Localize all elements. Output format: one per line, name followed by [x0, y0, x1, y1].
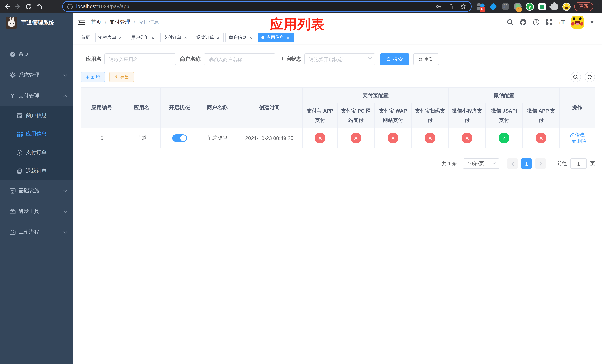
tab-user-group[interactable]: 用户分组×: [128, 33, 159, 42]
edit-link[interactable]: 修改: [570, 131, 585, 138]
edit-link-label: 修改: [575, 131, 585, 138]
sidebar-item-system[interactable]: 系统管理: [0, 65, 73, 86]
export-button[interactable]: 导出: [109, 72, 134, 82]
breadcrumb-section[interactable]: 支付管理: [110, 19, 130, 26]
chevron-down-icon: [63, 231, 67, 234]
site-info-icon[interactable]: [67, 3, 73, 10]
sidebar-item-infrastructure[interactable]: 基础设施: [0, 180, 73, 201]
tab-close-icon[interactable]: ×: [118, 35, 123, 40]
search-icon: [387, 57, 391, 62]
tab-payment-orders[interactable]: 支付订单×: [160, 33, 191, 42]
add-button[interactable]: 新增: [81, 72, 105, 82]
user-avatar[interactable]: [571, 16, 584, 29]
forward-icon[interactable]: [14, 3, 21, 10]
status-select-input[interactable]: [304, 53, 376, 65]
app-title: 芋道管理系统: [21, 19, 54, 26]
sidebar-item-refund-orders[interactable]: 退款订单: [0, 162, 73, 180]
tab-home[interactable]: 首页: [78, 33, 93, 42]
search-button-label: 搜索: [393, 56, 403, 63]
fullscreen-icon[interactable]: [546, 19, 552, 26]
reset-button[interactable]: 重置: [413, 53, 439, 65]
tab-close-icon[interactable]: ×: [248, 35, 253, 40]
alipay-wap-status-icon: ×: [388, 133, 398, 143]
merchant-name-input[interactable]: [204, 53, 275, 65]
help-icon[interactable]: [533, 19, 539, 26]
wx-jsapi-status-icon: ✓: [499, 133, 509, 143]
status-select[interactable]: [304, 53, 376, 65]
tab-refund-orders[interactable]: 退款订单×: [193, 33, 224, 42]
sidebar-item-merchant-info[interactable]: 商户信息: [0, 106, 73, 125]
tab-close-icon[interactable]: ×: [151, 35, 155, 40]
extension-y-icon[interactable]: y: [526, 2, 534, 11]
browser-menu-icon[interactable]: ⋮: [595, 3, 599, 10]
logo-avatar: [6, 17, 17, 29]
refresh-table-button[interactable]: [585, 72, 595, 82]
extension-chat-icon[interactable]: [538, 2, 546, 11]
chevron-up-icon: [63, 95, 67, 97]
page-size-select[interactable]: 10条/页: [463, 159, 499, 169]
top-navbar: 首页 / 支付管理 / 应用信息 TT: [73, 13, 602, 32]
search-icon[interactable]: [507, 19, 514, 26]
goto-page-input[interactable]: [570, 159, 587, 169]
share-icon[interactable]: [448, 3, 454, 10]
col-alipay-pc: 支付宝 PC 网站支付: [337, 103, 375, 128]
tab-label: 流程表单: [98, 34, 116, 41]
prev-page-button[interactable]: [507, 159, 517, 169]
profile-emoji-icon[interactable]: [562, 2, 570, 11]
extension-green-dot-icon[interactable]: 1: [514, 2, 522, 11]
tab-label: 首页: [81, 34, 90, 41]
breadcrumb-home[interactable]: 首页: [91, 19, 101, 26]
toggle-search-button[interactable]: [570, 72, 581, 82]
app-logo[interactable]: 芋道管理系统: [0, 13, 73, 32]
document-copy-icon: [16, 168, 22, 174]
caret-down-icon[interactable]: [590, 21, 594, 23]
sidebar-item-workflow[interactable]: 工作流程: [0, 222, 73, 243]
github-icon[interactable]: [520, 19, 527, 26]
tab-close-icon[interactable]: ×: [286, 35, 290, 40]
bookmark-star-icon[interactable]: [460, 3, 466, 10]
back-icon[interactable]: [4, 3, 10, 10]
extension-split-blue-icon[interactable]: 10: [477, 2, 485, 11]
sidebar-item-app-info[interactable]: 应用信息: [0, 125, 73, 143]
extensions-puzzle-icon[interactable]: [550, 2, 558, 11]
extension-command-icon[interactable]: ⌘: [501, 2, 509, 11]
sidebar-item-dev-tools[interactable]: 研发工具: [0, 201, 73, 222]
page-number-button[interactable]: 1: [521, 159, 532, 169]
app-name-input[interactable]: [104, 53, 176, 65]
active-tab-dot: [261, 36, 264, 39]
cell-status: [161, 128, 198, 148]
font-size-icon[interactable]: TT: [559, 19, 565, 25]
url-text[interactable]: localhost:1024/pay/app: [76, 4, 129, 9]
next-page-button[interactable]: [535, 159, 546, 169]
cell-merchant: 芋道源码: [198, 128, 236, 148]
sidebar-item-payment-orders[interactable]: ¥ 支付订单: [0, 143, 73, 162]
password-key-icon[interactable]: [435, 3, 442, 10]
sidebar-item-home[interactable]: 首页: [0, 44, 73, 65]
reload-icon[interactable]: [25, 3, 32, 10]
tab-process-form[interactable]: 流程表单×: [95, 33, 126, 42]
search-button[interactable]: 搜索: [380, 53, 409, 65]
col-alipay-app: 支付宝 APP 支付: [303, 103, 337, 128]
tab-merchant-info[interactable]: 商户信息×: [226, 33, 256, 42]
address-bar[interactable]: localhost:1024/pay/app: [62, 1, 472, 12]
search-form: 应用名 商户名称 开启状态 搜索: [81, 53, 595, 65]
chrome-update-button[interactable]: 更新: [574, 2, 593, 11]
tab-label: 商户信息: [229, 34, 247, 41]
sidebar-fold-icon[interactable]: [78, 19, 85, 25]
tab-close-icon[interactable]: ×: [216, 35, 220, 40]
home-icon[interactable]: [36, 3, 43, 10]
status-switch[interactable]: [172, 134, 187, 142]
cell-app-id: 6: [81, 128, 123, 148]
status-label: 开启状态: [281, 56, 301, 63]
tab-app-info[interactable]: 应用信息×: [258, 33, 294, 42]
toolbox-icon: [9, 209, 16, 214]
navbar-actions: TT: [507, 16, 594, 29]
page-content: 应用名 商户名称 开启状态 搜索: [73, 44, 602, 364]
sidebar-item-payment[interactable]: ¥ 支付管理: [0, 86, 73, 106]
edit-pencil-icon: [570, 132, 574, 137]
extension-kite-icon[interactable]: [489, 2, 497, 11]
apps-table: 应用编号 应用名 开启状态 商户名称 创建时间 支付宝配置 微信配置 操作 支付…: [81, 87, 595, 148]
delete-link[interactable]: 删除: [571, 138, 587, 145]
grid-icon: [16, 132, 22, 137]
tab-close-icon[interactable]: ×: [183, 35, 188, 40]
